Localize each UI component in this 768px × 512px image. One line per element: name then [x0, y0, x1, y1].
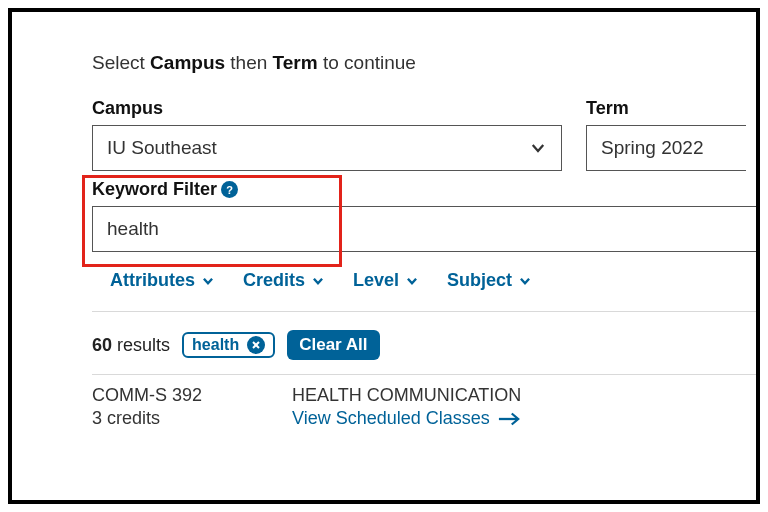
result-right: HEALTH COMMUNICATION View Scheduled Clas…	[292, 385, 521, 429]
keyword-label-row: Keyword Filter ?	[92, 179, 756, 200]
filter-level[interactable]: Level	[353, 270, 419, 291]
keyword-label: Keyword Filter	[92, 179, 217, 200]
filter-level-label: Level	[353, 270, 399, 291]
class-search-panel: Select Campus then Term to continue Camp…	[8, 8, 760, 504]
campus-label: Campus	[92, 98, 562, 119]
results-summary: 60 results health Clear All	[92, 330, 756, 360]
filter-bar: Attributes Credits Level Subject	[92, 270, 756, 307]
instruction-post: to continue	[318, 52, 416, 73]
clear-all-button[interactable]: Clear All	[287, 330, 379, 360]
course-title: HEALTH COMMUNICATION	[292, 385, 521, 406]
term-label: Term	[586, 98, 746, 119]
term-select[interactable]: Spring 2022	[586, 125, 746, 171]
chevron-down-icon	[405, 274, 419, 288]
divider	[92, 374, 756, 375]
filter-credits-label: Credits	[243, 270, 305, 291]
filter-credits[interactable]: Credits	[243, 270, 325, 291]
selectors-row: Campus IU Southeast Term Spring 2022	[92, 98, 756, 171]
chevron-down-icon	[518, 274, 532, 288]
chevron-down-icon	[529, 139, 547, 157]
course-credits: 3 credits	[92, 408, 292, 429]
view-scheduled-label: View Scheduled Classes	[292, 408, 490, 429]
campus-select[interactable]: IU Southeast	[92, 125, 562, 171]
campus-field: Campus IU Southeast	[92, 98, 562, 171]
instruction-term-word: Term	[273, 52, 318, 73]
course-code: COMM-S 392	[92, 385, 292, 406]
filter-subject-label: Subject	[447, 270, 512, 291]
instruction-pre: Select	[92, 52, 150, 73]
results-count-label: results	[112, 335, 170, 355]
keyword-section: Keyword Filter ?	[92, 179, 756, 252]
view-scheduled-link[interactable]: View Scheduled Classes	[292, 408, 520, 429]
filter-subject[interactable]: Subject	[447, 270, 532, 291]
divider	[92, 311, 756, 312]
filter-chip-health[interactable]: health	[182, 332, 275, 358]
instruction-text: Select Campus then Term to continue	[92, 52, 756, 74]
keyword-input[interactable]	[92, 206, 756, 252]
results-count: 60 results	[92, 335, 170, 356]
campus-value: IU Southeast	[107, 137, 217, 159]
instruction-mid: then	[225, 52, 273, 73]
term-value: Spring 2022	[601, 137, 703, 159]
arrow-right-icon	[498, 412, 520, 426]
filter-chip-label: health	[192, 336, 239, 354]
filter-attributes-label: Attributes	[110, 270, 195, 291]
results-count-number: 60	[92, 335, 112, 355]
chevron-down-icon	[201, 274, 215, 288]
result-left: COMM-S 392 3 credits	[92, 385, 292, 429]
close-icon[interactable]	[247, 336, 265, 354]
result-row: COMM-S 392 3 credits HEALTH COMMUNICATIO…	[92, 385, 756, 429]
term-field: Term Spring 2022	[586, 98, 746, 171]
chevron-down-icon	[311, 274, 325, 288]
filter-attributes[interactable]: Attributes	[110, 270, 215, 291]
instruction-campus-word: Campus	[150, 52, 225, 73]
help-icon[interactable]: ?	[221, 181, 238, 198]
